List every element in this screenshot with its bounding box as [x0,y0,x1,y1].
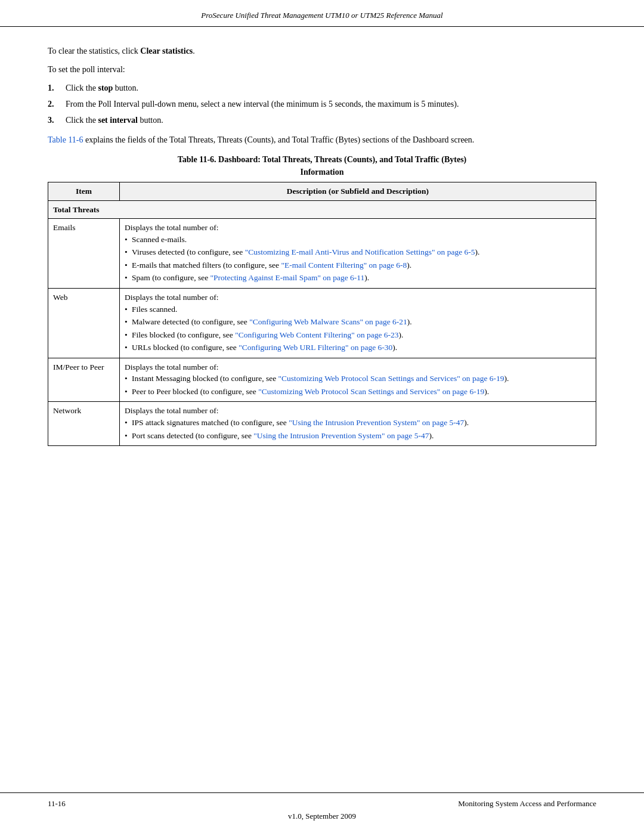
table-cell-desc: Displays the total number of:IPS attack … [120,402,596,446]
step-1-suffix: button. [113,83,138,92]
bullet-link[interactable]: "Using the Intrusion Prevention System" … [289,418,464,427]
step-2-num: 2. [48,98,54,110]
desc-intro: Displays the total number of: [125,405,591,417]
step-3: 3. Click the set interval button. [48,114,596,126]
bullet-link[interactable]: "Customizing Web Protocol Scan Settings … [278,374,504,383]
step-3-suffix: button. [138,116,163,125]
table-caption: Table 11-6. Dashboard: Total Threats, Th… [48,153,596,178]
bullet-link[interactable]: "Configuring Web Content Filtering" on p… [235,330,398,339]
bullet-link[interactable]: "Configuring Web Malware Scans" on page … [249,317,407,326]
bullet-link[interactable]: "E-mail Content Filtering" on page 6-8 [281,261,407,270]
table-cell-desc: Displays the total number of:Files scann… [120,288,596,358]
table-header-row: Item Description (or Subfield and Descri… [48,182,596,201]
table-caption-line1: Table 11-6. Dashboard: Total Threats, Th… [48,153,596,166]
table-cell-desc: Displays the total number of:Instant Mes… [120,358,596,402]
main-content: To clear the statistics, click Clear sta… [0,27,644,792]
clear-stats-para: To clear the statistics, click Clear sta… [48,45,596,57]
footer-version: v1.0, September 2009 [0,812,644,833]
list-item: Instant Messaging blocked (to configure,… [125,373,591,385]
table-cell-item: Network [48,402,120,446]
table-intro-rest: explains the fields of the Total Threats… [83,135,475,144]
desc-intro: Displays the total number of: [125,222,591,234]
page-header: ProSecure Unified Threat Management UTM1… [0,0,644,27]
list-item: Peer to Peer blocked (to configure, see … [125,386,591,398]
table-row: NetworkDisplays the total number of:IPS … [48,402,596,446]
bullet-link[interactable]: "Using the Intrusion Prevention System" … [253,431,429,440]
step-3-num: 3. [48,114,54,126]
table-cell-item: Web [48,288,120,358]
desc-intro: Displays the total number of: [125,361,591,373]
col-header-item: Item [48,182,120,201]
bullet-list: Files scanned.Malware detected (to confi… [125,304,591,354]
table-caption-line2: Information [48,166,596,178]
bullet-list: Instant Messaging blocked (to configure,… [125,373,591,397]
clear-stats-prefix: To clear the statistics, click [48,47,140,55]
main-table: Item Description (or Subfield and Descri… [48,182,596,446]
bullet-list: IPS attack signatures matched (to config… [125,417,591,441]
poll-interval-intro: To set the poll interval: [48,63,596,76]
table-cell-item: Emails [48,219,120,289]
step-2: 2. From the Poll Interval pull-down menu… [48,98,596,110]
list-item: URLs blocked (to configure, see "Configu… [125,342,591,354]
total-threats-section-row: Total Threats [48,200,596,219]
list-item: Scanned e-mails. [125,234,591,246]
header-title: ProSecure Unified Threat Management UTM1… [201,11,442,20]
step-1: 1. Click the stop button. [48,82,596,94]
desc-intro: Displays the total number of: [125,292,591,304]
list-item: E-mails that matched filters (to configu… [125,259,591,271]
footer-section: Monitoring System Access and Performance [458,799,596,809]
bullet-link[interactable]: "Customizing Web Protocol Scan Settings … [258,387,484,396]
list-item: Malware detected (to configure, see "Con… [125,316,591,328]
list-item: Port scans detected (to configure, see "… [125,430,591,442]
total-threats-label: Total Threats [48,200,596,219]
col-header-desc: Description (or Subfield and Description… [120,182,596,201]
table-intro-link[interactable]: Table 11-6 [48,135,83,144]
table-intro-para: Table 11-6 explains the fields of the To… [48,134,596,146]
table-row: WebDisplays the total number of:Files sc… [48,288,596,358]
clear-stats-bold: Clear statistics [140,47,193,55]
page-footer: 11-16 Monitoring System Access and Perfo… [0,792,644,812]
steps-list: 1. Click the stop button. 2. From the Po… [48,82,596,126]
step-3-prefix: Click the [66,116,98,125]
step-2-text: From the Poll Interval pull-down menu, s… [66,100,459,109]
table-cell-desc: Displays the total number of:Scanned e-m… [120,219,596,289]
list-item: Files scanned. [125,304,591,315]
bullet-link[interactable]: "Configuring Web URL Filtering" on page … [239,343,392,352]
list-item: Files blocked (to configure, see "Config… [125,329,591,341]
bullet-list: Scanned e-mails.Viruses detected (to con… [125,234,591,284]
step-1-bold: stop [98,83,113,92]
table-row: IM/Peer to PeerDisplays the total number… [48,358,596,402]
step-3-bold: set interval [98,116,137,125]
list-item: IPS attack signatures matched (to config… [125,417,591,429]
bullet-link[interactable]: "Protecting Against E-mail Spam" on page… [210,273,365,282]
list-item: Spam (to configure, see "Protecting Agai… [125,272,591,284]
table-cell-item: IM/Peer to Peer [48,358,120,402]
bullet-link[interactable]: "Customizing E-mail Anti-Virus and Notif… [245,247,475,256]
clear-stats-end: . [193,47,195,55]
step-1-prefix: Click the [66,83,98,92]
footer-page-num: 11-16 [48,799,66,809]
step-1-num: 1. [48,82,54,94]
list-item: Viruses detected (to configure, see "Cus… [125,246,591,258]
table-row: EmailsDisplays the total number of:Scann… [48,219,596,289]
